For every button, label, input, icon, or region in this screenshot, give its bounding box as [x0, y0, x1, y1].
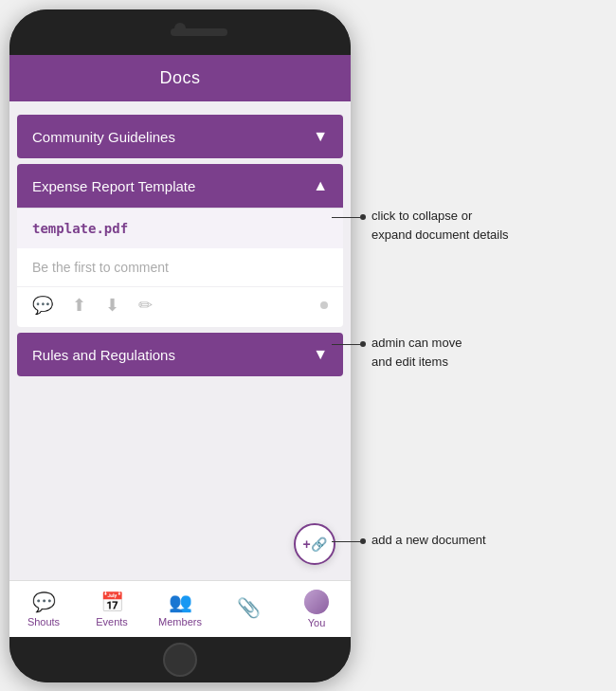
doc-item-rules-regulations: Rules and Regulations ▼	[17, 333, 343, 376]
app-title: Docs	[159, 68, 200, 87]
doc-title-rules-regulations: Rules and Regulations	[32, 347, 175, 363]
nav-item-events[interactable]: 📅 Events	[78, 581, 146, 637]
annotation-text-admin: admin can moveand edit items	[371, 334, 462, 371]
edit-icon[interactable]: ✏	[138, 295, 153, 316]
annotation-add-doc: add a new document	[332, 531, 486, 550]
annotation-admin-edit: admin can moveand edit items	[332, 334, 462, 371]
doc-title-expense-report: Expense Report Template	[32, 178, 195, 194]
nav-item-shouts[interactable]: 💬 Shouts	[9, 581, 78, 637]
move-up-icon[interactable]: ⬆	[72, 295, 86, 316]
annotation-text-add-doc: add a new document	[371, 531, 486, 550]
nav-item-paperclip[interactable]: 📎	[214, 581, 282, 637]
doc-item-community-guidelines: Community Guidelines ▼	[17, 115, 343, 158]
nav-label-shouts: Shouts	[27, 616, 60, 627]
phone-bottom-bar	[9, 637, 351, 682]
app-content: Community Guidelines ▼ Expense Report Te…	[9, 101, 351, 580]
nav-label-members: Members	[158, 616, 202, 627]
comment-placeholder: Be the first to comment	[32, 260, 169, 275]
doc-expanded-expense: template.pdf Be the first to comment 💬 ⬆…	[17, 208, 343, 327]
app-header: Docs	[9, 55, 351, 101]
events-icon: 📅	[100, 591, 124, 613]
nav-item-members[interactable]: 👥 Members	[146, 581, 214, 637]
action-dot	[320, 301, 328, 309]
doc-title-community-guidelines: Community Guidelines	[32, 129, 175, 145]
nav-label-you: You	[308, 617, 326, 628]
nav-item-you[interactable]: You	[282, 581, 351, 637]
doc-actions: 💬 ⬆ ⬇ ✏	[17, 286, 343, 327]
phone-shell: Docs Community Guidelines ▼ Expense Repo…	[9, 9, 351, 682]
chevron-up-icon-expense: ▲	[313, 177, 328, 194]
chevron-down-icon-community: ▼	[313, 128, 328, 145]
avatar	[304, 590, 329, 614]
doc-file-row[interactable]: template.pdf	[17, 209, 343, 248]
doc-header-rules-regulations[interactable]: Rules and Regulations ▼	[17, 333, 343, 376]
annotation-collapse-expand: click to collapse orexpand document deta…	[332, 207, 509, 244]
doc-header-community-guidelines[interactable]: Community Guidelines ▼	[17, 115, 343, 158]
phone-screen: Docs Community Guidelines ▼ Expense Repo…	[9, 55, 351, 637]
shouts-icon: 💬	[32, 591, 56, 613]
nav-label-events: Events	[96, 616, 128, 627]
bottom-nav: 💬 Shouts 📅 Events 👥 Members 📎	[9, 580, 351, 637]
move-down-icon[interactable]: ⬇	[105, 295, 119, 316]
comment-icon[interactable]: 💬	[32, 295, 53, 316]
add-document-fab[interactable]: +🔗	[294, 523, 335, 565]
doc-filename: template.pdf	[32, 221, 128, 236]
chevron-down-icon-rules: ▼	[313, 346, 328, 363]
scene: Docs Community Guidelines ▼ Expense Repo…	[0, 0, 616, 691]
annotation-text-collapse: click to collapse orexpand document deta…	[371, 207, 509, 244]
add-doc-icon: +🔗	[302, 536, 326, 552]
doc-header-expense-report[interactable]: Expense Report Template ▲	[17, 164, 343, 208]
doc-item-expense-report: Expense Report Template ▲ template.pdf B…	[17, 164, 343, 327]
phone-speaker	[171, 28, 227, 36]
members-icon: 👥	[169, 591, 192, 613]
paperclip-icon: 📎	[237, 596, 261, 619]
avatar-image	[304, 590, 329, 614]
doc-comment-area[interactable]: Be the first to comment	[17, 248, 343, 286]
phone-top-bar	[9, 9, 351, 55]
phone-home-button[interactable]	[163, 643, 197, 677]
